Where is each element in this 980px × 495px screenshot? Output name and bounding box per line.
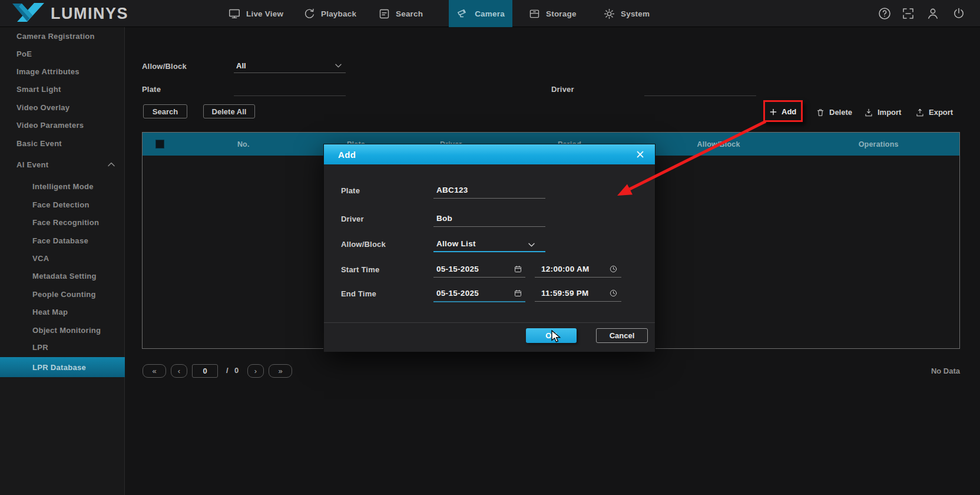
dialog-footer-divider (324, 322, 655, 323)
sidebar-item-ai-event[interactable]: AI Event (16, 160, 48, 170)
dialog-title: Add (338, 150, 356, 160)
delete-label: Delete (829, 108, 852, 117)
clock-icon[interactable] (609, 289, 618, 298)
tab-label: Camera (475, 9, 505, 18)
sidebar-item-basic-event[interactable]: Basic Event (16, 139, 62, 148)
import-download-icon (864, 108, 873, 117)
tab-system[interactable]: System (603, 0, 650, 27)
sidebar-item-vca[interactable]: VCA (32, 254, 49, 263)
sidebar: Camera Registration PoE Image Attributes… (0, 27, 125, 495)
tab-search[interactable]: Search (378, 0, 423, 27)
plus-icon (769, 108, 777, 116)
user-icon[interactable] (926, 6, 940, 21)
page-separator: / (226, 366, 229, 375)
storage-icon (528, 8, 541, 20)
driver-filter-label: Driver (551, 85, 574, 94)
monitor-icon (228, 7, 241, 20)
allow-block-filter-label: Allow/Block (142, 62, 187, 71)
dialog-plate-value[interactable]: ABC123 (436, 186, 468, 194)
allow-block-select[interactable]: All (234, 59, 346, 73)
page-number-input[interactable]: 0 (192, 364, 218, 378)
add-button[interactable]: Add (769, 107, 796, 117)
sidebar-item-face-database[interactable]: Face Database (32, 236, 88, 246)
sidebar-item-image-attributes[interactable]: Image Attributes (16, 67, 80, 77)
sidebar-item-smart-light[interactable]: Smart Light (16, 85, 61, 94)
sidebar-item-object-monitoring[interactable]: Object Monitoring (32, 326, 101, 335)
tab-playback[interactable]: Playback (303, 0, 356, 27)
sidebar-item-face-detection[interactable]: Face Detection (32, 200, 90, 210)
export-button[interactable]: Export (915, 107, 953, 117)
sidebar-item-video-overlay[interactable]: Video Overlay (16, 103, 69, 113)
chevron-down-icon (335, 63, 342, 68)
sidebar-item-metadata-setting[interactable]: Metadata Setting (32, 272, 97, 281)
search-button[interactable]: Search (143, 104, 187, 118)
dialog-allow-block-value[interactable]: Allow List (436, 239, 476, 248)
close-icon[interactable] (636, 150, 644, 159)
sidebar-item-lpr[interactable]: LPR (32, 343, 48, 352)
import-button[interactable]: Import (864, 107, 901, 117)
dialog-plate-label: Plate (341, 186, 360, 195)
last-page-button[interactable]: » (269, 364, 292, 378)
sidebar-item-face-recognition[interactable]: Face Recognition (32, 218, 99, 227)
import-label: Import (878, 108, 901, 117)
delete-button[interactable]: Delete (816, 107, 852, 117)
calendar-icon[interactable] (514, 265, 522, 273)
dialog-driver-label: Driver (341, 214, 364, 223)
dialog-plate-underline (433, 198, 545, 199)
brand-name: LUMINYS (51, 5, 128, 23)
dialog-start-date-value[interactable]: 05-15-2025 (436, 265, 479, 273)
dialog-start-time-label: Start Time (341, 265, 379, 274)
top-bar: LUMINYS Live View Playback Search Camera (0, 0, 980, 27)
help-icon[interactable] (878, 6, 892, 21)
sidebar-item-video-parameters[interactable]: Video Parameters (16, 121, 84, 130)
prev-page-button[interactable]: ‹ (171, 364, 187, 378)
dialog-end-date-value[interactable]: 05-15-2025 (436, 289, 479, 298)
sidebar-item-people-counting[interactable]: People Counting (32, 290, 96, 299)
dialog-end-time-label: End Time (341, 289, 376, 298)
cancel-button[interactable]: Cancel (596, 328, 648, 343)
delete-all-button[interactable]: Delete All (203, 104, 255, 118)
no-data-text: No Data (901, 367, 960, 375)
tab-label: Playback (321, 9, 356, 18)
scan-fullscreen-icon[interactable] (901, 6, 915, 21)
tab-live-view[interactable]: Live View (228, 0, 283, 27)
dialog-start-time-value[interactable]: 12:00:00 AM (541, 265, 590, 273)
chevron-up-icon[interactable] (107, 161, 115, 167)
tab-label: Live View (246, 9, 283, 18)
dialog-end-time-value[interactable]: 11:59:59 PM (541, 289, 589, 298)
export-label: Export (929, 108, 953, 117)
sidebar-item-lpr-database[interactable]: LPR Database (0, 357, 125, 377)
tab-camera[interactable]: Camera (449, 0, 512, 27)
calendar-icon[interactable] (514, 289, 522, 298)
chevron-down-icon[interactable] (528, 242, 535, 248)
clock-icon[interactable] (609, 265, 618, 273)
sidebar-item-heat-map[interactable]: Heat Map (32, 308, 68, 317)
plate-filter-input[interactable] (234, 95, 346, 96)
column-no: No. (177, 140, 310, 148)
driver-filter-input[interactable] (644, 95, 756, 96)
ok-button[interactable]: OK (526, 328, 577, 343)
plate-filter-label: Plate (142, 85, 161, 94)
page-total: 0 (234, 366, 239, 375)
tab-label: Search (396, 9, 423, 18)
dialog-driver-underline (433, 226, 545, 227)
allow-block-selected-value: All (236, 61, 246, 70)
sidebar-item-intelligent-mode[interactable]: Intelligent Mode (32, 182, 94, 192)
first-page-button[interactable]: « (143, 364, 166, 378)
sidebar-item-camera-registration[interactable]: Camera Registration (16, 32, 95, 41)
dialog-allow-block-label: Allow/Block (341, 240, 386, 249)
app-window: LUMINYS Live View Playback Search Camera (0, 0, 980, 495)
luminys-logo-icon (12, 3, 45, 24)
tab-storage[interactable]: Storage (528, 0, 577, 27)
sidebar-item-poe[interactable]: PoE (16, 50, 32, 59)
camera-icon (456, 7, 469, 20)
select-all-checkbox[interactable] (155, 140, 164, 148)
power-icon[interactable] (952, 6, 966, 21)
next-page-button[interactable]: › (247, 364, 264, 378)
system-gear-icon (603, 8, 615, 20)
dialog-driver-value[interactable]: Bob (436, 214, 452, 223)
dialog-end-date-underline (433, 301, 525, 302)
trash-icon (816, 108, 825, 117)
column-operations: Operations (797, 140, 959, 148)
select-all-cell (143, 140, 177, 148)
